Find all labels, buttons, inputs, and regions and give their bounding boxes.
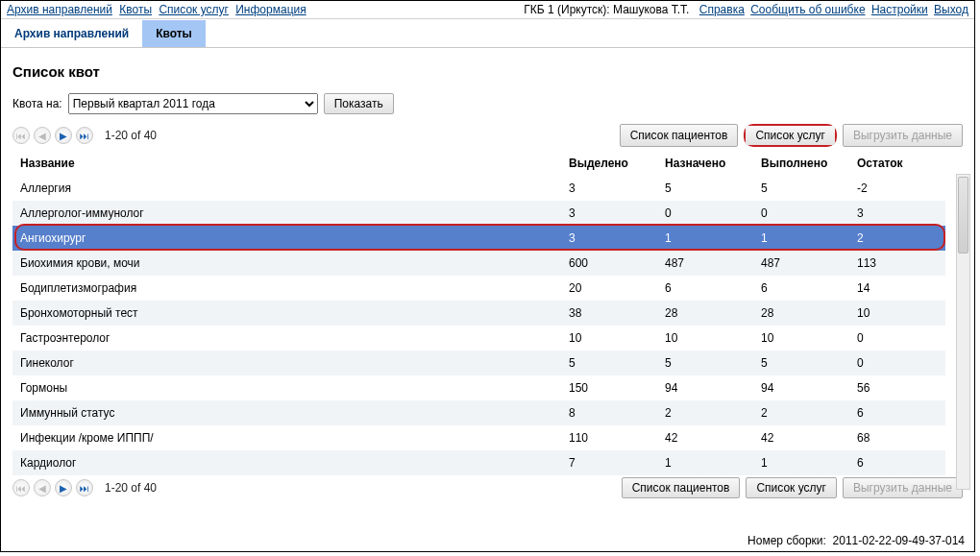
- table-row[interactable]: Биохимия крови, мочи600487487113: [12, 251, 945, 276]
- cell-name: Биохимия крови, мочи: [12, 251, 561, 276]
- pager-row-bottom: ⏮ ◀ ▶ ⏭ 1-20 of 40 Список пациентов Спис…: [12, 477, 963, 498]
- scrollbar-thumb[interactable]: [958, 177, 968, 254]
- table-row[interactable]: Ангиохирург3112: [12, 226, 945, 251]
- app-frame: Архив направлений Квоты Список услуг Инф…: [0, 0, 975, 552]
- cell-value: 10: [561, 326, 657, 351]
- cell-value: 28: [657, 301, 753, 326]
- pager-range-bottom: 1-20 of 40: [105, 481, 157, 495]
- nav-info-link[interactable]: Информация: [235, 3, 306, 16]
- table-row[interactable]: Бронхомоторный тест38282810: [12, 301, 945, 326]
- nav-archive-link[interactable]: Архив направлений: [7, 3, 112, 16]
- cell-value: 14: [849, 276, 945, 301]
- col-allocated[interactable]: Выделено: [561, 151, 657, 176]
- cell-value: 38: [561, 301, 657, 326]
- last-page-icon[interactable]: ⏭: [76, 479, 93, 496]
- top-links-left: Архив направлений Квоты Список услуг Инф…: [7, 3, 310, 16]
- table-row[interactable]: Гормоны150949456: [12, 375, 945, 400]
- build-label: Номер сборки:: [747, 534, 826, 547]
- content-area: Список квот Квота на: Первый квартал 201…: [1, 48, 974, 504]
- cell-value: 68: [849, 425, 945, 450]
- cell-name: Аллергия: [12, 176, 561, 201]
- cell-name: Инфекции /кроме ИППП/: [12, 425, 561, 450]
- col-name[interactable]: Название: [12, 151, 561, 176]
- cell-value: 8: [561, 400, 657, 425]
- next-page-icon[interactable]: ▶: [55, 127, 72, 144]
- cell-value: 5: [753, 176, 849, 201]
- logout-link[interactable]: Выход: [934, 3, 968, 16]
- cell-value: 10: [657, 326, 753, 351]
- tab-quotas[interactable]: Квоты: [142, 20, 206, 47]
- table-row[interactable]: Бодиплетизмография206614: [12, 276, 945, 301]
- cell-value: 487: [657, 251, 753, 276]
- cell-value: 600: [561, 251, 657, 276]
- user-context-label: ГКБ 1 (Иркутск): Машукова Т.Т.: [524, 3, 689, 16]
- table-row[interactable]: Аллерголог-иммунолог3003: [12, 201, 945, 226]
- period-select[interactable]: Первый квартал 2011 года: [68, 93, 318, 114]
- cell-name: Иммунный статус: [12, 400, 561, 425]
- table-row[interactable]: Иммунный статус8226: [12, 400, 945, 425]
- last-page-icon[interactable]: ⏭: [76, 127, 93, 144]
- cell-value: 113: [849, 251, 945, 276]
- action-buttons-bottom: Список пациентов Список услуг Выгрузить …: [622, 477, 963, 498]
- cell-value: 0: [849, 326, 945, 351]
- help-link[interactable]: Справка: [699, 3, 745, 16]
- quota-table: Название Выделено Назначено Выполнено Ос…: [12, 151, 945, 475]
- show-button[interactable]: Показать: [324, 93, 394, 114]
- first-page-icon[interactable]: ⏮: [12, 479, 30, 496]
- cell-value: 5: [753, 351, 849, 375]
- cell-name: Кардиолог: [12, 450, 561, 475]
- vertical-scrollbar[interactable]: [956, 174, 970, 490]
- cell-value: 3: [561, 226, 657, 251]
- patients-list-button[interactable]: Список пациентов: [622, 477, 741, 498]
- settings-link[interactable]: Настройки: [871, 3, 928, 16]
- cell-value: 42: [753, 425, 849, 450]
- col-done[interactable]: Выполнено: [753, 151, 849, 176]
- cell-value: 1: [657, 450, 753, 475]
- cell-value: 3: [849, 201, 945, 226]
- cell-value: 7: [561, 450, 657, 475]
- top-bar: Архив направлений Квоты Список услуг Инф…: [1, 1, 974, 19]
- tab-archive[interactable]: Архив направлений: [1, 20, 142, 47]
- cell-value: 3: [561, 176, 657, 201]
- table-row[interactable]: Аллергия355-2: [12, 176, 945, 201]
- col-assigned[interactable]: Назначено: [657, 151, 753, 176]
- patients-list-button[interactable]: Список пациентов: [620, 124, 739, 147]
- col-rest[interactable]: Остаток: [849, 151, 945, 176]
- cell-value: -2: [849, 176, 945, 201]
- pager-row-top: ⏮ ◀ ▶ ⏭ 1-20 of 40 Список пациентов Спис…: [12, 124, 963, 147]
- cell-value: 110: [561, 425, 657, 450]
- cell-value: 94: [657, 375, 753, 400]
- export-button: Выгрузить данные: [843, 124, 963, 147]
- nav-services-link[interactable]: Список услуг: [159, 3, 229, 16]
- table-row[interactable]: Гастроэнтеролог1010100: [12, 326, 945, 351]
- cell-value: 1: [657, 226, 753, 251]
- cell-value: 2: [753, 400, 849, 425]
- cell-value: 487: [753, 251, 849, 276]
- cell-name: Гинеколог: [12, 351, 561, 375]
- nav-quotas-link[interactable]: Квоты: [119, 3, 152, 16]
- cell-value: 5: [657, 176, 753, 201]
- cell-value: 6: [753, 276, 849, 301]
- table-row[interactable]: Гинеколог5550: [12, 351, 945, 375]
- cell-name: Бронхомоторный тест: [12, 301, 561, 326]
- cell-value: 3: [561, 201, 657, 226]
- report-error-link[interactable]: Сообщить об ошибке: [750, 3, 865, 16]
- cell-value: 0: [849, 351, 945, 375]
- tab-bar: Архив направлений Квоты: [1, 20, 974, 48]
- services-list-button[interactable]: Список услуг: [746, 126, 835, 145]
- cell-name: Ангиохирург: [12, 226, 561, 251]
- next-page-icon[interactable]: ▶: [55, 479, 72, 496]
- cell-value: 10: [753, 326, 849, 351]
- table-row[interactable]: Инфекции /кроме ИППП/110424268: [12, 425, 945, 450]
- services-list-button[interactable]: Список услуг: [746, 477, 837, 498]
- table-row[interactable]: Кардиолог7116: [12, 450, 945, 475]
- pager-range-top: 1-20 of 40: [105, 129, 157, 142]
- prev-page-icon[interactable]: ◀: [34, 479, 51, 496]
- cell-name: Аллерголог-иммунолог: [12, 201, 561, 226]
- first-page-icon[interactable]: ⏮: [12, 127, 30, 144]
- cell-value: 28: [753, 301, 849, 326]
- page-title: Список квот: [12, 63, 963, 80]
- top-links-right: ГКБ 1 (Иркутск): Машукова Т.Т. Справка С…: [524, 3, 968, 16]
- prev-page-icon[interactable]: ◀: [34, 127, 51, 144]
- cell-name: Бодиплетизмография: [12, 276, 561, 301]
